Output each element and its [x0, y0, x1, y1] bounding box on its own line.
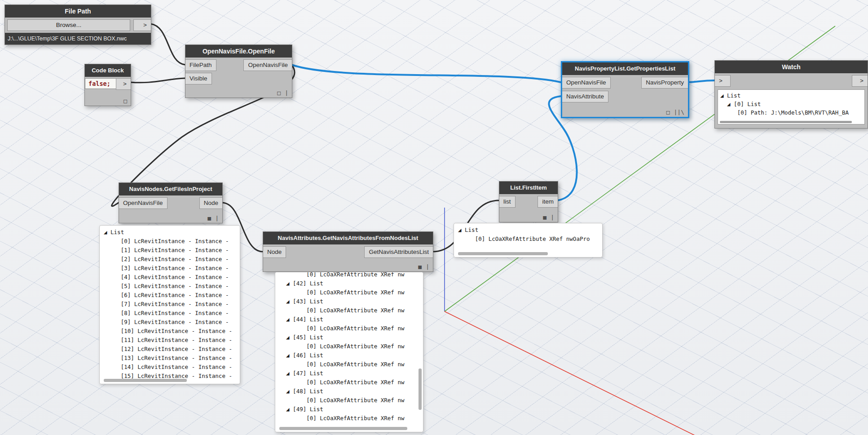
preview-row: [0] LcOaXRefAttribute XRef nw	[279, 324, 419, 333]
output-port[interactable]: >	[852, 75, 868, 87]
preview-row: [2] LcRevitInstance - Instance -	[104, 255, 236, 264]
node-watch[interactable]: Watch > > ◢ List ◢ [0] List [0] Path: J:…	[714, 60, 868, 129]
horizontal-scrollbar[interactable]	[279, 427, 407, 430]
vertical-scrollbar[interactable]	[419, 368, 422, 410]
node-header[interactable]: NavisPropertyList.GetPropertiesList	[562, 62, 688, 75]
preview-row: ◢ List	[104, 228, 236, 237]
lacing-icon: ||\	[674, 109, 684, 115]
node-navisnodes-getfilesinproject[interactable]: NavisNodes.GetFilesInProject OpenNavisFi…	[119, 182, 223, 223]
node-header[interactable]: OpenNavisFile.OpenFile	[185, 45, 292, 58]
output-port-node[interactable]: Node	[199, 197, 222, 209]
preview-toggle-icon[interactable]: □	[666, 109, 670, 115]
preview-toggle-icon[interactable]: ■	[418, 263, 422, 270]
preview-row: [0] LcOaXRefAttribute XRef nw	[279, 306, 419, 315]
node-code-block[interactable]: Code Block false; > □	[84, 64, 131, 106]
output-port[interactable]: >	[116, 78, 131, 90]
node-header[interactable]: File Path	[5, 5, 151, 18]
lacing-icon: |	[285, 89, 288, 96]
preview-toggle-icon[interactable]: ■	[543, 214, 546, 221]
node-file-path[interactable]: File Path Browse... > J:\...\GLUE\Temp\3…	[4, 4, 151, 45]
lacing-icon: |	[551, 214, 554, 221]
input-port-visible[interactable]: Visible	[185, 73, 212, 84]
preview-row: [0] LcOaXRefAttribute XRef nw	[279, 414, 419, 423]
preview-row: ◢ List	[458, 226, 598, 235]
preview-row: ◢ [45] List	[279, 333, 419, 342]
lacing-icon: |	[426, 263, 429, 270]
preview-row: [8] LcRevitInstance - Instance -	[104, 309, 236, 318]
horizontal-scrollbar[interactable]	[104, 379, 187, 382]
browse-button[interactable]: Browse...	[7, 19, 130, 31]
input-port-node[interactable]: Node	[263, 246, 286, 258]
input-port-filepath[interactable]: FilePath	[185, 59, 216, 71]
preview-row: [7] LcRevitInstance - Instance -	[104, 300, 236, 309]
preview-row: ◢ [48] List	[279, 387, 419, 396]
preview-row: [5] LcRevitInstance - Instance -	[104, 282, 236, 291]
preview-row: [4] LcRevitInstance - Instance -	[104, 273, 236, 282]
preview-row: [3] LcRevitInstance - Instance -	[104, 264, 236, 273]
preview-row: ◢ [42] List	[279, 279, 419, 288]
node-header[interactable]: Code Block	[85, 64, 131, 77]
input-port-opennavisfile[interactable]: OpenNavisFile	[562, 77, 611, 89]
preview-row: [0] LcOaXRefAttribute XRef nw	[279, 288, 419, 297]
preview-row: [0] LcOaXRefAttribute XRef nw	[279, 342, 419, 351]
preview-row: ◢ [0] List	[720, 100, 862, 108]
preview-row: ◢ List	[720, 91, 862, 100]
wire-filepath-to-opennavisfile[interactable]	[150, 24, 185, 65]
output-port-opennavisfile[interactable]: OpenNavisFile	[243, 59, 292, 71]
preview-row: [10] LcRevitInstance - Instance -	[104, 327, 236, 336]
preview-row: [1] LcRevitInstance - Instance -	[104, 246, 236, 255]
horizontal-scrollbar[interactable]	[720, 121, 852, 123]
node-navispropertylist-getpropertieslist[interactable]: NavisPropertyList.GetPropertiesList Open…	[561, 61, 689, 118]
preview-row: [0] LcOaXRefAttribute XRef nw	[279, 396, 419, 405]
preview-bubble-navisattributes[interactable]: [0] LcOaXRefAttribute XRef nw ◢ [42] Lis…	[275, 272, 423, 432]
wire-navisproperty-to-watch[interactable]	[687, 80, 714, 82]
preview-row: [9] LcRevitInstance - Instance -	[104, 318, 236, 327]
wire-codeblock-to-visible[interactable]	[130, 78, 185, 83]
horizontal-scrollbar[interactable]	[458, 252, 548, 255]
node-header[interactable]: NavisAttributes.GetNavisAttributesFromNo…	[263, 232, 433, 244]
preview-row: [0] LcRevitInstance - Instance -	[104, 237, 236, 246]
preview-row: [13] LcRevitInstance - Instance -	[104, 354, 236, 363]
preview-row: [0] LcOaXRefAttribute XRef nwOaPro	[458, 235, 598, 244]
node-navisattributes-getnavisattributesfromnodeslist[interactable]: NavisAttributes.GetNavisAttributesFromNo…	[263, 231, 433, 272]
preview-row: ◢ [46] List	[279, 351, 419, 360]
node-header[interactable]: NavisNodes.GetFilesInProject	[119, 183, 222, 195]
output-port-getnavisattributeslist[interactable]: GetNavisAttributesList	[364, 246, 433, 258]
wire-opennavisfile-to-getpropertieslist[interactable]	[291, 65, 561, 82]
preview-toggle-icon[interactable]: □	[123, 98, 127, 104]
output-port-item[interactable]: item	[538, 196, 558, 208]
input-port-navisattribute[interactable]: NavisAttribute	[562, 91, 608, 102]
preview-row: [11] LcRevitInstance - Instance -	[104, 336, 236, 345]
node-opennavisfile-openfile[interactable]: OpenNavisFile.OpenFile FilePath Visible …	[185, 44, 292, 98]
dynamo-workspace[interactable]: File Path Browse... > J:\...\GLUE\Temp\3…	[0, 0, 868, 435]
node-header[interactable]: List.FirstItem	[499, 182, 558, 194]
node-header[interactable]: Watch	[715, 61, 868, 73]
preview-row: ◢ [43] List	[279, 297, 419, 306]
preview-row: ◢ [44] List	[279, 315, 419, 324]
selected-file-path-text: J:\...\GLUE\Temp\3F GLUE SECTION BOX.nwc	[5, 33, 151, 44]
preview-toggle-icon[interactable]: ■	[207, 215, 211, 222]
preview-row: ◢ [47] List	[279, 369, 419, 378]
preview-row: [0] Path: J:\Models\BM\RVT\RAH_BA	[720, 108, 862, 117]
preview-toggle-icon[interactable]: □	[277, 89, 281, 96]
preview-row: [12] LcRevitInstance - Instance -	[104, 345, 236, 354]
input-port[interactable]: >	[715, 75, 731, 87]
preview-row: [0] LcOaXRefAttribute XRef nw	[279, 378, 419, 387]
lacing-icon: |	[215, 215, 219, 222]
preview-row: [6] LcRevitInstance - Instance -	[104, 291, 236, 300]
preview-row: ◢ [49] List	[279, 405, 419, 414]
preview-row: [0] LcOaXRefAttribute XRef nw	[279, 360, 419, 369]
output-port-navisproperty[interactable]: NavisProperty	[641, 77, 688, 89]
preview-bubble-firstitem[interactable]: ◢ List [0] LcOaXRefAttribute XRef nwOaPr…	[454, 223, 603, 257]
output-port-filepath[interactable]: >	[133, 19, 151, 31]
preview-row: [0] LcOaXRefAttribute XRef nw	[279, 272, 419, 279]
preview-row: [14] LcRevitInstance - Instance -	[104, 363, 236, 372]
input-port-opennavisfile[interactable]: OpenNavisFile	[119, 197, 167, 209]
node-list-firstitem[interactable]: List.FirstItem list item ■ |	[499, 181, 558, 222]
preview-bubble-navisnodes[interactable]: ◢ List [0] LcRevitInstance - Instance - …	[99, 225, 240, 384]
watch-tree-view[interactable]: ◢ List ◢ [0] List [0] Path: J:\Models\BM…	[718, 89, 865, 124]
input-port-list[interactable]: list	[499, 196, 516, 208]
